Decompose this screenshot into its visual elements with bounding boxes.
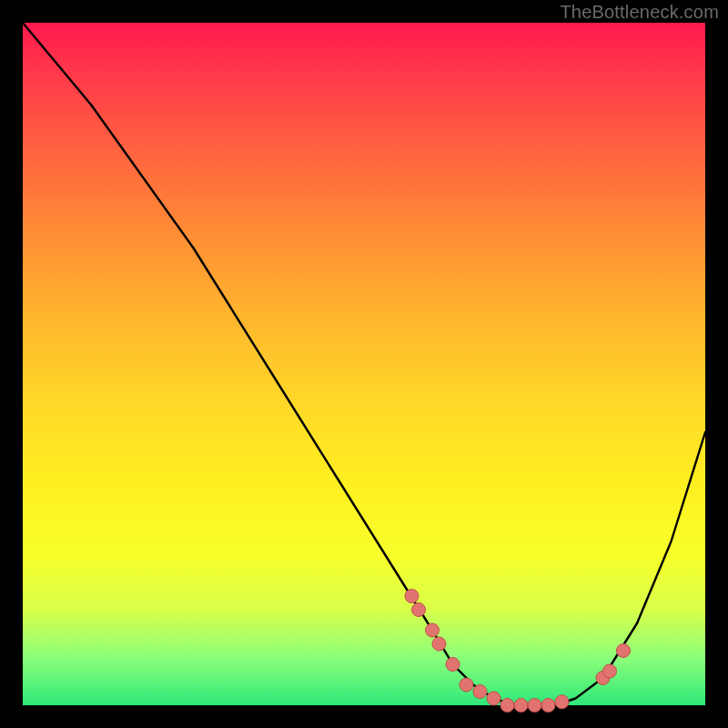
highlight-point — [514, 699, 528, 713]
highlight-point — [541, 699, 555, 713]
highlight-point — [617, 644, 631, 658]
highlight-point — [446, 658, 460, 672]
chart-area — [23, 23, 705, 705]
attribution-label: TheBottleneck.com — [560, 2, 719, 23]
highlight-point — [603, 664, 617, 678]
highlight-point — [500, 699, 514, 713]
highlight-point — [555, 695, 569, 709]
highlight-point — [432, 637, 446, 651]
highlight-point — [487, 692, 500, 705]
highlight-point — [405, 590, 419, 603]
highlight-point — [473, 685, 487, 699]
highlight-point — [412, 603, 426, 617]
highlight-points — [405, 590, 631, 713]
highlight-point — [460, 678, 473, 692]
bottleneck-curve — [23, 23, 705, 705]
highlight-point — [426, 623, 440, 637]
bottleneck-chart — [23, 23, 705, 705]
highlight-point — [528, 699, 541, 713]
